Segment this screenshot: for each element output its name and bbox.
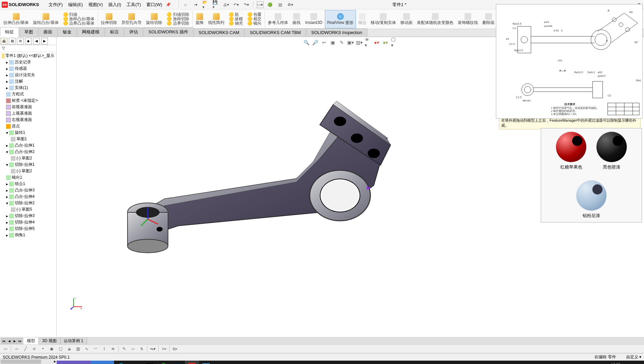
new-doc-icon[interactable]: ▫▾ <box>192 1 199 8</box>
derived-sketch-icon[interactable]: ↯ <box>138 345 145 352</box>
cmd-revolve-cut[interactable]: 旋转切除 <box>144 10 164 28</box>
cmd-combine[interactable]: 组合 <box>356 10 368 28</box>
traffic-light-icon[interactable]: 🟢 <box>267 1 274 8</box>
gear-icon[interactable]: ⚙▾ <box>287 1 294 8</box>
tree-sketch2a[interactable]: (-) 草图2 <box>1 155 55 161</box>
tab-sheetmetal[interactable]: 钣金 <box>58 27 77 36</box>
nav-prev-icon[interactable]: ◀ <box>7 338 11 344</box>
tree-origin[interactable]: 原点 <box>1 123 55 129</box>
3d-sketch-icon[interactable]: ✎ <box>121 345 128 352</box>
tree-tab-feature-icon[interactable]: 🪨 <box>1 38 7 44</box>
tree-sensors[interactable]: ▸传感器 <box>1 65 55 72</box>
nav-last-icon[interactable]: ⏭ <box>18 338 22 344</box>
tree-solid-bodies[interactable]: ▸实体(1) <box>1 85 55 91</box>
tab-model[interactable]: 模型 <box>24 337 39 344</box>
tree-cut-extrude4[interactable]: ▸切除-拉伸4 <box>1 219 55 225</box>
live-section-icon[interactable]: ▥ <box>75 345 81 352</box>
tree-tab-dimxpert-icon[interactable]: ◆ <box>25 38 32 44</box>
tab-motion-study[interactable]: 运动算例 1 <box>60 337 87 344</box>
list-icon[interactable]: ▤ <box>277 1 284 8</box>
nav-next-icon[interactable]: ▶ <box>12 338 17 344</box>
cmd-extrude-boss[interactable]: 拉伸凸台/基体 <box>1 10 31 28</box>
status-custom[interactable]: 自定义 ▾ <box>626 354 641 360</box>
hide-show-icon[interactable]: 👁▾ <box>365 39 371 46</box>
cmd-delete-face[interactable]: 删除面 <box>480 10 497 28</box>
axis-icon[interactable]: ╱ <box>22 345 29 352</box>
tree-boss-extrude1[interactable]: ▸凸台-拉伸1 <box>1 142 55 149</box>
tree-mirror1[interactable]: 镜向1 <box>1 174 55 181</box>
tree-cut-extrude1[interactable]: ▾切除-拉伸1 <box>1 161 55 168</box>
ref-icon[interactable]: ⬙ <box>66 345 73 352</box>
nav-first-icon[interactable]: ⏮ <box>1 338 6 344</box>
zoom-fit-icon[interactable]: 🔍 <box>303 39 310 46</box>
tab-evaluate[interactable]: 评估 <box>124 27 143 36</box>
tree-top-plane[interactable]: 上视基准面 <box>1 110 55 117</box>
cmd-hole-wizard[interactable]: 异型孔向导 <box>119 10 144 28</box>
cmd-cosmetic-thread[interactable]: 装饰螺纹线 <box>456 10 480 28</box>
menu-insert[interactable]: 插入(I) <box>106 0 124 9</box>
tree-revolve1[interactable]: ▾旋转1 <box>1 129 55 136</box>
tree-sketch1[interactable]: 草图1 <box>1 136 55 142</box>
tree-boss-extrude3[interactable]: ▸凸台-拉伸3 <box>1 187 55 193</box>
home-icon[interactable]: ⌂ <box>182 1 189 8</box>
menu-file[interactable]: 文件(F) <box>46 0 66 9</box>
cmd-move-face[interactable]: 移动面 <box>398 10 415 28</box>
tree-design-binder[interactable]: ▸设计活页夹 <box>1 72 55 78</box>
section-view-icon[interactable]: ▣ <box>330 39 336 46</box>
task-explorer-icon[interactable] <box>128 361 142 364</box>
task-capcut-icon[interactable]: ✂ <box>142 361 157 364</box>
tree-tab-property-icon[interactable]: ▤ <box>9 38 16 44</box>
tree-tab-more-icon[interactable]: ▶ <box>41 38 48 44</box>
cmd-extrude-cut[interactable]: 拉伸切除 <box>99 10 119 28</box>
tree-combine1[interactable]: ▸组合1 <box>1 181 55 187</box>
blueprint-overlay[interactable]: R⌀12.5 C1 C1.5 ⌀24 ⌀16H6 0.02 C 24 110 A… <box>496 4 643 119</box>
tab-annotate[interactable]: 标注 <box>105 27 124 36</box>
display-style-icon[interactable]: ▨▾ <box>356 39 363 46</box>
pattern-icon[interactable]: ፨▾ <box>161 345 167 352</box>
bounding-box-icon[interactable]: ▢ <box>57 345 64 352</box>
tree-tab-display-icon[interactable]: ◀ <box>33 38 40 44</box>
tree-equations[interactable]: 方程式 <box>1 91 55 97</box>
tab-inspection[interactable]: SOLIDWORKS Inspection <box>306 28 367 36</box>
zoom-area-icon[interactable]: 🔎 <box>312 39 319 46</box>
cmd-boundary[interactable]: 🟡 边界凸台/基体 <box>63 21 95 26</box>
dynamic-annotation-icon[interactable]: ✎ <box>338 39 345 46</box>
tab-cam-tbm[interactable]: SOLIDWORKS CAM TBM <box>245 28 306 36</box>
tree-front-plane[interactable]: 前视基准面 <box>1 104 55 110</box>
task-360-icon[interactable] <box>157 361 171 364</box>
tree-sketch5[interactable]: (-) 草图5 <box>1 206 55 213</box>
view-orientation-icon[interactable]: ▣▾ <box>347 39 354 46</box>
curve2-icon[interactable]: 〰 <box>92 345 99 352</box>
menu-edit[interactable]: 编辑(E) <box>65 0 85 9</box>
cmd-curves[interactable]: 曲线 <box>290 10 303 28</box>
3d-sketch-plane-icon[interactable]: ▱ <box>130 345 136 352</box>
tab-features[interactable]: 特征 <box>0 27 19 37</box>
cmd-shell[interactable]: 🟡 抽壳 <box>229 21 243 26</box>
menu-view[interactable]: 视图(V) <box>86 0 106 9</box>
cmd-mirror[interactable]: 🟡 镜向 <box>247 21 261 26</box>
mirror-icon[interactable]: ⇋▾ <box>149 345 156 352</box>
tree-history[interactable]: ▸历史记录 <box>1 59 55 65</box>
tree-chamfer1[interactable]: ▸倒角1 <box>1 232 55 238</box>
prev-view-icon[interactable]: ↩ <box>321 39 328 46</box>
tree-cut-extrude2[interactable]: ▾切除-拉伸2 <box>1 200 55 206</box>
print-icon[interactable]: 🖨▾ <box>223 1 229 8</box>
tab-addins[interactable]: SOLIDWORKS 插件 <box>143 27 193 36</box>
material-candy-apple[interactable]: 红糖苹果色 <box>556 132 586 170</box>
undo-icon[interactable]: ↶▾ <box>233 1 240 8</box>
tree-boss-extrude4[interactable]: ▸凸台-拉伸4 <box>1 193 55 200</box>
tree-tab-config-icon[interactable]: ⧉ <box>17 38 24 44</box>
cmd-assembly-colors[interactable]: 装配体随机改变颜色 <box>415 10 455 28</box>
cmd-linear-pattern[interactable]: 线性阵列 <box>206 10 226 28</box>
coord-icon[interactable]: ⤭ <box>31 345 37 352</box>
edit-appearance-icon[interactable]: ●▾ <box>373 39 380 46</box>
save-icon[interactable]: 💾▾ <box>213 1 219 8</box>
task-search[interactable]: 搜索一下 <box>91 361 114 364</box>
menu-window[interactable]: 窗口(W) <box>144 0 165 9</box>
tree-cut-extrude5[interactable]: ▸切除-拉伸5 <box>1 225 55 232</box>
tree-material[interactable]: 材质 <未指定> <box>1 97 55 104</box>
cmd-move-copy[interactable]: 移动/复制实体 <box>369 10 398 28</box>
tree-cut-extrude3[interactable]: ▸切除-拉伸3 <box>1 213 55 219</box>
curve3-icon[interactable]: ⌇ <box>101 345 108 352</box>
view-settings-icon[interactable]: 🖵▾ <box>391 39 398 46</box>
